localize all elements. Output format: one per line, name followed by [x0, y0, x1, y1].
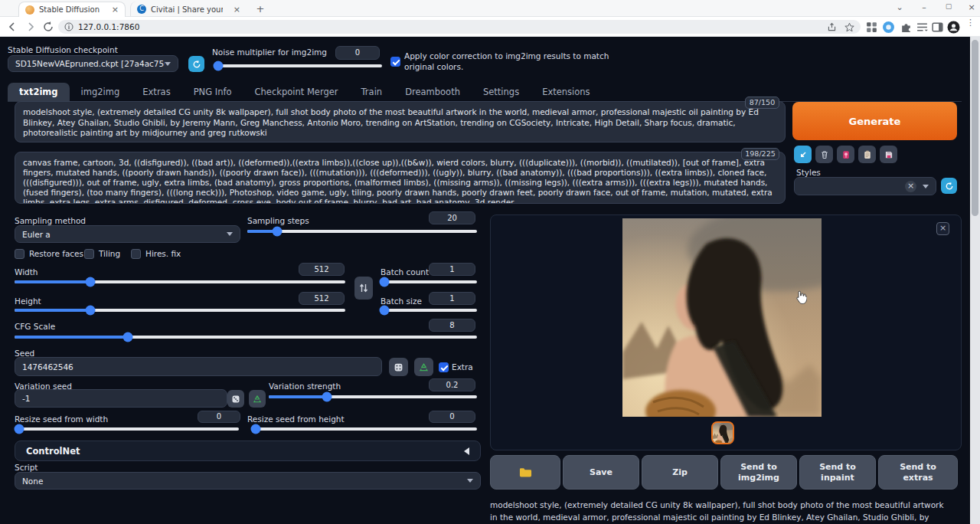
checkpoint-refresh-button[interactable] — [188, 56, 204, 72]
extra-networks-button[interactable] — [837, 146, 854, 163]
swap-dimensions-button[interactable] — [354, 277, 373, 300]
variation-strength-input[interactable]: 0.2 — [429, 378, 475, 391]
paste-arrow-icon — [799, 150, 808, 159]
seed-input[interactable]: 1476462546 — [15, 357, 382, 376]
controlnet-panel[interactable]: ControlNet — [15, 440, 481, 461]
tab-dreambooth[interactable]: Dreambooth — [394, 83, 472, 101]
batch-count-slider[interactable] — [381, 280, 477, 283]
styles-refresh-button[interactable] — [941, 178, 957, 194]
dropdown-caret-icon — [165, 62, 171, 66]
width-input[interactable]: 512 — [299, 263, 345, 276]
batch-count-input[interactable]: 1 — [429, 263, 475, 276]
apply-styles-button[interactable] — [858, 146, 876, 163]
window-close-icon[interactable]: × — [965, 2, 978, 12]
variation-seed-input[interactable]: -1 — [15, 389, 227, 408]
extension-grid-icon[interactable] — [865, 21, 878, 34]
browser-tab-civitai[interactable]: C Civitai | Share your models × — [130, 2, 247, 17]
resize-seed-width-input[interactable]: 0 — [198, 411, 240, 423]
save-button[interactable]: Save — [563, 455, 639, 490]
cfg-scale-slider[interactable] — [15, 336, 477, 339]
generate-button[interactable]: Generate — [792, 102, 957, 140]
resize-seed-width-slider[interactable] — [15, 427, 239, 431]
save-style-button[interactable] — [880, 146, 897, 163]
variation-strength-label: Variation strength — [269, 382, 341, 391]
tab-img2img[interactable]: img2img — [70, 83, 132, 101]
sampling-steps-label: Sampling steps — [247, 216, 309, 225]
tab-close-icon[interactable]: × — [223, 5, 240, 15]
random-seed-button[interactable] — [389, 358, 408, 376]
prompt-textarea[interactable]: modelshoot style, (extremely detailed CG… — [15, 101, 786, 142]
extra-seed-checkbox[interactable] — [439, 362, 449, 372]
variation-strength-slider[interactable] — [269, 395, 477, 398]
blue-extension-icon[interactable] — [882, 21, 895, 34]
sampling-method-dropdown[interactable]: Euler a — [15, 225, 240, 243]
browser-tab-strip: Stable Diffusion × C Civitai | Share you… — [0, 0, 980, 17]
variation-seed-value: -1 — [22, 394, 30, 403]
tab-settings[interactable]: Settings — [472, 83, 531, 101]
sampling-steps-input[interactable]: 20 — [429, 211, 475, 224]
share-icon[interactable] — [827, 22, 837, 32]
kebab-menu-icon[interactable]: ⋮ — [966, 21, 974, 34]
color-correction-checkbox[interactable] — [390, 57, 400, 67]
new-tab-button[interactable]: + — [254, 3, 266, 15]
clear-prompt-button[interactable] — [815, 146, 833, 163]
resize-seed-width-label: Resize seed from width — [15, 414, 108, 424]
checkpoint-dropdown[interactable]: SD15NewVAEpruned.ckpt [27a4ac756c] — [8, 55, 178, 72]
reuse-seed-button[interactable] — [414, 358, 433, 376]
noise-multiplier-slider[interactable] — [215, 64, 382, 67]
scrollbar-thumb[interactable] — [972, 40, 978, 216]
resize-seed-height-slider[interactable] — [251, 427, 477, 431]
tab-checkpoint-merger[interactable]: Checkpoint Merger — [243, 83, 350, 101]
url-bar[interactable]: 127.0.0.1:7860 — [58, 20, 861, 34]
chevron-down-icon[interactable]: ⌄ — [893, 2, 906, 12]
random-variation-seed-button[interactable] — [227, 390, 244, 408]
close-preview-button[interactable]: × — [936, 222, 949, 235]
reading-list-icon[interactable] — [916, 21, 929, 34]
info-icon[interactable] — [64, 22, 74, 31]
width-slider[interactable] — [15, 280, 345, 283]
send-to-extras-button[interactable]: Send to extras — [878, 455, 958, 490]
tab-png-info[interactable]: PNG Info — [182, 83, 243, 101]
reload-icon[interactable] — [42, 21, 54, 33]
tiling-checkbox[interactable] — [84, 249, 94, 259]
open-folder-button[interactable] — [490, 455, 560, 490]
sampling-steps-slider[interactable] — [247, 230, 477, 233]
forward-icon[interactable] — [24, 21, 37, 33]
tab-extensions[interactable]: Extensions — [531, 83, 601, 101]
cfg-scale-input[interactable]: 8 — [429, 319, 475, 332]
tab-extras[interactable]: Extras — [131, 83, 181, 101]
browser-tab-stable-diffusion[interactable]: Stable Diffusion × — [18, 2, 126, 17]
tab-close-icon[interactable]: × — [101, 5, 119, 15]
batch-size-input[interactable]: 1 — [429, 292, 475, 305]
paste-params-button[interactable] — [794, 146, 812, 163]
batch-size-slider[interactable] — [381, 309, 477, 312]
tab-train[interactable]: Train — [350, 83, 394, 101]
styles-dropdown[interactable]: × — [794, 177, 936, 195]
folder-icon — [519, 467, 532, 478]
reuse-variation-seed-button[interactable] — [249, 390, 266, 408]
tab-txt2img[interactable]: txt2img — [8, 83, 70, 101]
back-icon[interactable] — [6, 21, 18, 33]
bookmark-star-icon[interactable] — [844, 22, 854, 32]
noise-multiplier-input[interactable]: 0 — [335, 46, 380, 60]
hires-fix-checkbox[interactable] — [131, 249, 141, 259]
profile-avatar[interactable] — [947, 21, 960, 34]
restore-faces-checkbox[interactable] — [15, 249, 24, 259]
height-slider[interactable] — [15, 309, 345, 312]
send-to-inpaint-button[interactable]: Send to inpaint — [799, 455, 876, 490]
maximize-icon[interactable]: ▢ — [942, 2, 956, 10]
side-panel-icon[interactable] — [931, 21, 944, 34]
browser-tab-title: Civitai | Share your models — [151, 5, 223, 14]
clear-styles-icon[interactable]: × — [905, 181, 916, 192]
zip-button[interactable]: Zip — [642, 455, 718, 490]
page-scrollbar[interactable] — [970, 37, 980, 524]
gallery-thumbnail[interactable] — [711, 421, 734, 444]
extensions-puzzle-icon[interactable] — [900, 21, 913, 34]
resize-seed-height-input[interactable]: 0 — [429, 411, 475, 423]
send-to-img2img-button[interactable]: Send to img2img — [720, 455, 797, 490]
negative-prompt-textarea[interactable]: canvas frame, cartoon, 3d, ((disfigured)… — [15, 152, 786, 204]
generated-image[interactable] — [622, 218, 822, 417]
script-dropdown[interactable]: None — [15, 472, 481, 490]
minimize-icon[interactable]: – — [917, 2, 931, 12]
height-input[interactable]: 512 — [299, 292, 345, 305]
